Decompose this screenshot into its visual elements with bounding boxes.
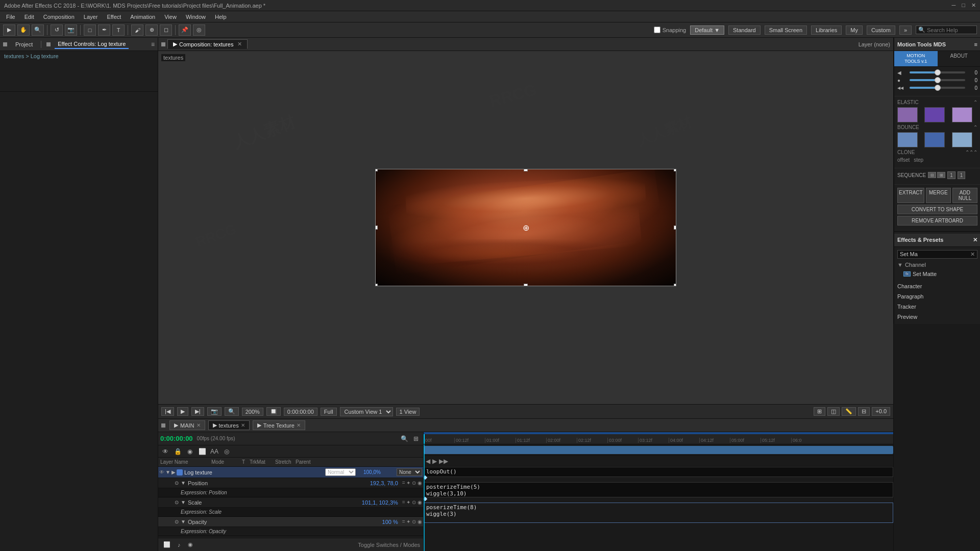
mt-bounce-toggle[interactable]: ⌃ <box>973 124 977 130</box>
tl-tab-main[interactable]: ▶ MAIN ✕ <box>169 420 205 430</box>
prop-scale-stopwatch[interactable]: ⊙ <box>175 499 179 505</box>
mt-swatch-1[interactable] <box>897 107 918 122</box>
vc-quality[interactable]: Full <box>321 408 337 416</box>
lc-eye[interactable]: 👁 <box>160 448 170 455</box>
seq-value[interactable]: 1 <box>947 171 955 179</box>
seq-offset-val[interactable]: 1 <box>958 171 966 179</box>
panel-item-paragraph[interactable]: Paragraph <box>894 291 980 302</box>
ep-set-matte-item[interactable]: fx Set Matte <box>897 270 977 278</box>
expr-scale-display[interactable]: posterizeTime(5) wiggle(3,10) <box>424 482 893 497</box>
workspace-standard[interactable]: Standard <box>728 26 761 35</box>
lc-render[interactable]: ⬜ <box>197 448 207 455</box>
prop-position-value[interactable]: 192,3, 78,0 <box>370 480 398 486</box>
menu-help[interactable]: Help <box>211 13 231 21</box>
snapping-checkbox[interactable] <box>654 27 660 33</box>
mt-slider-1-thumb[interactable] <box>935 69 941 76</box>
tool-clone[interactable]: ⊕ <box>145 24 158 36</box>
comp-tab-textures[interactable]: ▶ Composition: textures ✕ <box>167 39 248 49</box>
menu-file[interactable]: File <box>2 13 19 21</box>
tool-text[interactable]: T <box>112 24 125 36</box>
mt-remove-artboard-btn[interactable]: REMOVE ARTBOARD <box>897 216 977 226</box>
mt-swatch-5[interactable] <box>924 132 945 147</box>
layer-expand-icon[interactable]: ▼ <box>165 469 170 475</box>
tl-tab-textures[interactable]: ▶ textures ✕ <box>208 420 250 430</box>
help-search-input[interactable] <box>927 27 978 33</box>
mt-swatch-3[interactable] <box>952 107 972 122</box>
vc-timecode[interactable]: 0:00:00:00 <box>284 408 317 416</box>
mt-tab-about[interactable]: ABOUT <box>938 51 981 66</box>
ep-channel-triangle[interactable]: ▼ <box>897 262 903 268</box>
expr-opacity-display[interactable]: poserizeTime(8) wiggle(3) <box>424 503 893 523</box>
comp-tab-close[interactable]: ✕ <box>237 41 242 47</box>
mt-clone-toggle[interactable]: ⌃⌃⌃ <box>965 149 977 155</box>
tl-foot-solo[interactable]: ◉ <box>186 541 195 548</box>
seq-icon-2[interactable]: ⊞ <box>937 172 945 178</box>
menu-view[interactable]: View <box>160 13 181 21</box>
workspace-more[interactable]: » <box>899 26 912 35</box>
breadcrumb-link[interactable]: textures > Log texture <box>4 53 59 59</box>
mt-slider-3[interactable] <box>910 87 965 89</box>
handle-bottom-left[interactable] <box>375 284 378 286</box>
maximize-icon[interactable]: □ <box>962 2 965 9</box>
vc-ruler[interactable]: 📏 <box>842 407 856 416</box>
tool-hand[interactable]: ✋ <box>17 24 30 36</box>
tl-current-time[interactable]: 0:00:00:00 <box>160 435 193 442</box>
workspace-my[interactable]: My <box>846 26 863 35</box>
handle-bottom-mid[interactable] <box>524 284 528 286</box>
mt-close[interactable]: ≡ <box>974 41 977 47</box>
menu-window[interactable]: Window <box>182 13 210 21</box>
expr-loopout-display[interactable]: loopOut() <box>424 467 893 477</box>
tl-toggle-label[interactable]: Toggle Switches / Modes <box>358 542 420 548</box>
prop-position-expand[interactable]: ▼ <box>181 480 186 486</box>
mt-swatch-4[interactable] <box>897 132 918 147</box>
window-controls[interactable]: ─ □ ✕ <box>952 2 976 9</box>
prop-opacity-expand[interactable]: ▼ <box>181 519 186 524</box>
panel-item-tracker[interactable]: Tracker <box>894 302 980 312</box>
vc-safe-zones[interactable]: ◫ <box>827 407 840 416</box>
menu-animation[interactable]: Animation <box>126 13 159 21</box>
layer-mode-select[interactable]: Normal <box>325 468 356 476</box>
vc-view-select[interactable]: Custom View 1 1 View <box>340 407 393 416</box>
menu-layer[interactable]: Layer <box>80 13 102 21</box>
lc-lock[interactable]: 🔒 <box>173 448 183 455</box>
mt-slider-2-thumb[interactable] <box>935 77 941 83</box>
handle-mid-left[interactable] <box>375 226 378 230</box>
lc-solo[interactable]: ◉ <box>185 448 195 455</box>
menu-effect[interactable]: Effect <box>103 13 125 21</box>
close-icon[interactable]: ✕ <box>971 2 976 9</box>
workspace-custom[interactable]: Custom <box>867 26 895 35</box>
ep-search-input[interactable] <box>900 251 970 257</box>
handle-top-right[interactable] <box>674 169 676 171</box>
tool-pin[interactable]: 📌 <box>179 24 191 36</box>
menu-composition[interactable]: Composition <box>39 13 79 21</box>
mt-slider-1[interactable] <box>910 71 965 73</box>
vc-snapshot[interactable]: 📷 <box>207 407 222 416</box>
tl-playhead[interactable] <box>424 434 425 444</box>
lc-aa[interactable]: AA <box>209 448 219 455</box>
panel-close-icon[interactable]: ≡ <box>151 41 155 48</box>
tool-rect[interactable]: □ <box>84 24 96 36</box>
tool-roto[interactable]: ◎ <box>193 24 205 36</box>
tool-camera[interactable]: 📷 <box>65 24 77 36</box>
panel-item-character[interactable]: Character <box>894 281 980 291</box>
mt-add-null-btn[interactable]: ADD NULL <box>952 188 977 203</box>
tl-nav-play[interactable]: ▶ <box>432 458 437 465</box>
mt-swatch-6[interactable] <box>952 132 972 147</box>
vc-play[interactable]: ▶ <box>177 407 188 416</box>
vc-plus[interactable]: +0.0 <box>872 407 890 416</box>
tl-nav-left[interactable]: ◀ <box>426 458 430 465</box>
vc-prev-frame[interactable]: |◀ <box>161 407 174 416</box>
tl-nav-right[interactable]: ▶▶ <box>439 458 448 465</box>
mt-slider-3-thumb[interactable] <box>935 85 941 91</box>
menu-edit[interactable]: Edit <box>20 13 38 21</box>
mt-swatch-2[interactable] <box>924 107 945 122</box>
tab-project[interactable]: Project <box>12 40 36 48</box>
prop-position-stopwatch[interactable]: ⊙ <box>175 480 179 486</box>
tool-eraser[interactable]: ◻ <box>160 24 172 36</box>
tl-layer-bar[interactable] <box>424 446 893 454</box>
timeline-right[interactable]: 00f 00:12f 01:00f 01:12f 02:00f 02:12f 0… <box>424 432 893 551</box>
workspace-default[interactable]: Default ▼ <box>690 26 724 35</box>
handle-mid-right[interactable] <box>674 226 676 230</box>
layer-collapse-icon[interactable]: ▶ <box>172 469 176 475</box>
mt-merge-btn[interactable]: MERGE <box>926 188 951 203</box>
